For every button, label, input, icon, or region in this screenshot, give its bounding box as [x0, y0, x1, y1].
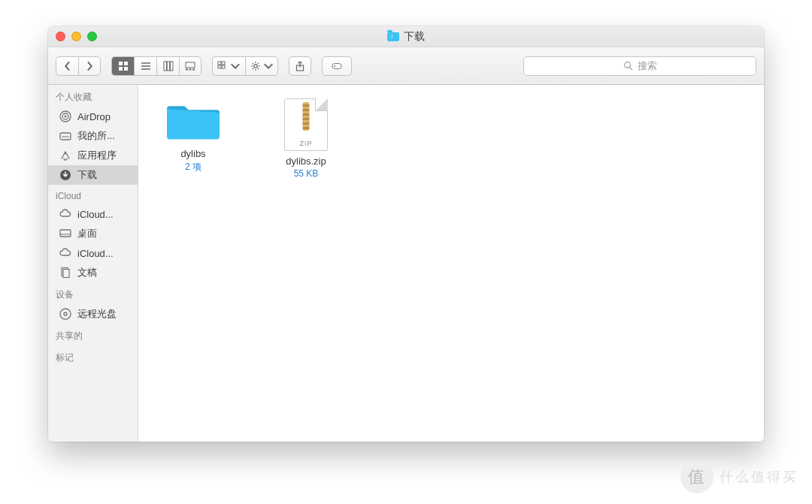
sidebar-label: 我的所... — [77, 129, 115, 143]
tags-button[interactable] — [322, 56, 352, 76]
titlebar: 下载 — [48, 26, 764, 47]
svg-point-29 — [64, 312, 67, 315]
tag-icon — [332, 61, 342, 71]
gallery-icon — [185, 61, 195, 71]
list-icon — [141, 61, 151, 71]
svg-rect-6 — [170, 62, 173, 71]
file-item-zip[interactable]: ZIP dylibs.zip 55 KB — [265, 98, 347, 179]
svg-rect-12 — [222, 62, 225, 65]
svg-point-19 — [624, 62, 630, 68]
downloads-icon — [59, 168, 72, 182]
sidebar-item-downloads[interactable]: 下载 — [48, 165, 138, 185]
sidebar-item-remote-disc[interactable]: 远程光盘 — [48, 304, 138, 324]
sidebar-header-shared: 共享的 — [48, 324, 138, 346]
share-button[interactable] — [289, 56, 311, 76]
sidebar-header-favorites: 个人收藏 — [48, 85, 138, 107]
chevron-down-icon — [263, 61, 274, 71]
apps-icon — [59, 149, 72, 162]
sidebar-header-icloud: iCloud — [48, 185, 138, 204]
file-grid[interactable]: dylibs 2 项 ZIP dylibs.zip 55 KB — [138, 85, 764, 442]
sidebar: 个人收藏 AirDrop 我的所... 应用程序 下载 iCloud iClou… — [48, 85, 138, 442]
list-view-button[interactable] — [134, 56, 156, 76]
arrange-icon — [217, 61, 228, 71]
search-field[interactable]: 搜索 — [523, 56, 756, 76]
sidebar-header-tags: 标记 — [48, 346, 138, 367]
sidebar-item-icloud-2[interactable]: iCloud... — [48, 243, 138, 263]
sidebar-item-documents[interactable]: 文稿 — [48, 263, 138, 282]
svg-rect-1 — [124, 62, 128, 65]
svg-rect-27 — [63, 270, 69, 278]
svg-point-15 — [253, 64, 256, 67]
documents-icon — [59, 266, 72, 279]
svg-rect-10 — [192, 68, 195, 70]
window-controls — [56, 32, 97, 41]
search-placeholder: 搜索 — [638, 59, 657, 73]
sidebar-item-airdrop[interactable]: AirDrop — [48, 107, 138, 126]
svg-rect-8 — [186, 68, 188, 70]
group-sort-segment — [212, 56, 278, 76]
grid-icon — [118, 61, 129, 71]
icloud-icon — [59, 246, 72, 260]
minimize-icon[interactable] — [71, 32, 81, 41]
drive-icon — [59, 129, 72, 143]
sidebar-item-applications[interactable]: 应用程序 — [48, 146, 138, 165]
file-item-folder[interactable]: dylibs 2 项 — [152, 98, 235, 174]
svg-rect-13 — [218, 65, 221, 68]
sidebar-label: 下载 — [77, 168, 97, 182]
nav-back-forward — [56, 56, 101, 76]
sidebar-item-all-files[interactable]: 我的所... — [48, 126, 138, 146]
downloads-folder-icon — [387, 32, 399, 41]
watermark-badge: 值 — [680, 460, 714, 493]
arrange-button[interactable] — [212, 56, 245, 76]
desktop-icon — [59, 227, 72, 240]
watermark: 值 什么值得买 — [680, 460, 798, 493]
file-meta: 55 KB — [265, 168, 347, 179]
fullscreen-icon[interactable] — [87, 32, 97, 41]
sidebar-item-desktop[interactable]: 桌面 — [48, 224, 138, 243]
sidebar-item-icloud-drive[interactable]: iCloud... — [48, 204, 138, 224]
sidebar-label: AirDrop — [77, 111, 111, 122]
sidebar-label: 应用程序 — [77, 149, 117, 162]
sidebar-label: 远程光盘 — [77, 307, 117, 321]
sidebar-label: iCloud... — [77, 248, 114, 259]
file-meta: 2 项 — [152, 161, 235, 174]
svg-rect-9 — [189, 68, 192, 70]
svg-point-18 — [334, 65, 335, 67]
sidebar-label: 文稿 — [77, 266, 97, 279]
zip-icon: ZIP — [284, 98, 328, 151]
close-icon[interactable] — [56, 32, 65, 41]
airdrop-icon — [59, 110, 72, 123]
disc-icon — [59, 307, 72, 321]
svg-point-22 — [65, 116, 67, 118]
watermark-text: 什么值得买 — [720, 468, 798, 486]
sidebar-label: 桌面 — [77, 227, 97, 240]
icon-view-button[interactable] — [111, 56, 134, 76]
chevron-right-icon — [84, 61, 95, 71]
svg-rect-2 — [119, 67, 123, 71]
svg-point-28 — [60, 309, 71, 319]
svg-rect-0 — [119, 62, 123, 65]
sidebar-label: iCloud... — [77, 209, 114, 220]
folder-icon — [164, 98, 223, 142]
action-button[interactable] — [245, 56, 278, 76]
toolbar: 搜索 — [48, 47, 764, 85]
gallery-view-button[interactable] — [179, 56, 201, 76]
svg-rect-25 — [60, 230, 71, 237]
svg-rect-5 — [167, 62, 170, 71]
gear-icon — [250, 61, 261, 71]
forward-button[interactable] — [78, 56, 101, 76]
window-body: 个人收藏 AirDrop 我的所... 应用程序 下载 iCloud iClou… — [48, 85, 764, 442]
share-icon — [295, 61, 305, 71]
file-name: dylibs — [152, 148, 235, 159]
svg-rect-14 — [222, 65, 225, 68]
chevron-down-icon — [230, 61, 241, 71]
column-view-button[interactable] — [156, 56, 179, 76]
window-title-text: 下载 — [404, 30, 425, 44]
svg-rect-17 — [332, 63, 342, 68]
sidebar-header-devices: 设备 — [48, 282, 138, 304]
chevron-left-icon — [62, 61, 73, 71]
svg-rect-3 — [124, 67, 128, 71]
search-icon — [623, 61, 633, 71]
svg-rect-7 — [186, 62, 195, 68]
back-button[interactable] — [56, 56, 78, 76]
